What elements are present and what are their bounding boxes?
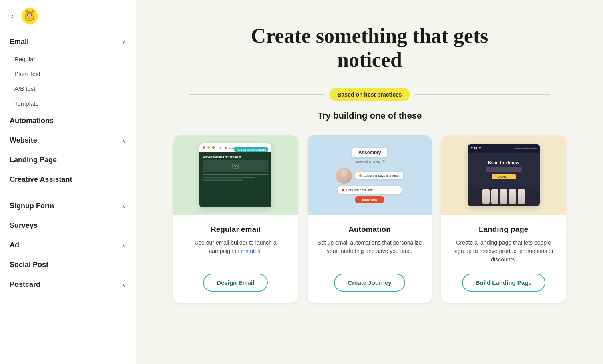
automation-step-2: Gets first email offer [338,186,402,194]
card-landing-page: CRUX Be in the know SIGN UP [441,135,566,303]
sidebar-item-plain-text[interactable]: Plain Text [0,66,136,81]
card-landing-image: CRUX Be in the know SIGN UP [441,135,566,215]
sidebar-website-label: Website [10,136,37,145]
mailchimp-logo [21,7,38,25]
product-bottle-2 [491,189,498,204]
hero-title: Create something that gets noticed [229,24,510,72]
landing-brand: CRUX [471,147,482,150]
sidebar-item-postcard[interactable]: Postcard ∨ [0,275,136,294]
sidebar: ‹ Email ∧ Regular Plain Text A/B test Te… [0,0,136,364]
product-bottle-3 [500,189,507,204]
sidebar-postcard-label: Postcard [10,280,40,289]
sidebar-item-template[interactable]: Template [0,96,136,111]
card-landing-title: Landing page [479,225,529,234]
card-regular-image: Email Editor We've redefined refreshment [173,135,298,215]
email-editor-mockup: Email Editor We've redefined refreshment [199,143,271,207]
ad-chevron-icon: ∨ [122,242,126,249]
mockup-headline: We've redefined refreshment [203,155,268,159]
card-regular-body: Regular email Use our email builder to l… [173,215,298,303]
card-automation-title: Automation [348,225,391,234]
sidebar-landing-label: Landing Page [10,156,57,164]
design-email-button[interactable]: Design Email [203,274,268,292]
automation-step-row-1: Customer buys a product [336,168,403,184]
product-bottle-1 [482,189,490,204]
back-button[interactable]: ‹ [8,10,17,22]
sidebar-social-label: Social Post [10,261,48,269]
divider-row: Based on best practices [189,88,550,101]
landing-header: CRUX [468,144,540,153]
product-bottle-5 [518,189,525,204]
email-chevron-icon: ∧ [122,39,126,45]
sidebar-item-automations[interactable]: Automations [0,111,136,131]
card-automation-desc: Set up email automations that personaliz… [317,239,422,264]
dynamic-content-tag: Add Dynamic Content [234,147,268,152]
product-bottle-4 [509,189,516,204]
text-line-2 [203,177,255,178]
svg-point-7 [25,13,27,17]
automation-title-badge: Assembly [352,148,388,157]
sidebar-header: ‹ [0,0,136,32]
postcard-chevron-icon: ∨ [122,282,126,288]
landing-signup-btn: SIGN UP [492,174,516,179]
card-landing-desc: Create a landing page that lets people s… [451,239,556,264]
signup-chevron-icon: ∨ [122,203,126,209]
image-icon [232,163,239,169]
card-automation-body: Automation Set up email automations that… [308,215,432,303]
create-journey-button[interactable]: Create Journey [334,274,405,292]
svg-point-8 [32,13,34,17]
sidebar-signup-label: Signup Form [10,202,54,210]
landing-nav-dots [514,148,537,149]
main-content: Create something that gets noticed Based… [136,0,603,364]
divider-left [189,94,324,95]
card-automation: Assembly Now enjoy 20% off Customer buys… [308,135,432,303]
card-regular-email: Email Editor We've redefined refreshment [173,135,298,303]
dot-red [203,146,205,149]
sidebar-item-ad[interactable]: Ad ∨ [0,235,136,255]
automation-mockup: Assembly Now enjoy 20% off Customer buys… [331,143,408,208]
sidebar-item-website[interactable]: Website ∨ [0,131,136,150]
mockup-body: We've redefined refreshment [199,152,271,184]
sidebar-item-email[interactable]: Email ∧ [0,32,136,52]
card-landing-body: Landing page Create a landing page that … [441,215,566,303]
sidebar-item-creative-assistant[interactable]: Creative Assistant [0,170,136,189]
sidebar-divider [0,193,136,193]
sidebar-item-landing-page[interactable]: Landing Page [0,150,136,170]
mockup-image-block [203,160,268,172]
card-regular-title: Regular email [211,225,261,234]
sidebar-item-regular[interactable]: Regular [0,52,136,66]
landing-hero: Be in the know SIGN UP [468,153,540,187]
build-landing-page-button[interactable]: Build Landing Page [462,274,545,292]
sidebar-automations-label: Automations [10,117,54,125]
automation-step-1: Customer buys a product [355,172,403,179]
svg-rect-10 [233,163,238,169]
automation-subtitle: Now enjoy 20% off [355,160,385,164]
nav-line-2 [522,148,529,149]
step-dot-1 [359,174,362,177]
website-chevron-icon: ∨ [122,137,126,144]
card-automation-image: Assembly Now enjoy 20% off Customer buys… [308,135,432,215]
dot-green [212,146,215,149]
text-line-3 [203,179,242,181]
sidebar-creative-label: Creative Assistant [10,175,72,184]
nav-line-3 [530,148,537,149]
landing-products [468,187,540,206]
best-practices-badge: Based on best practices [329,88,410,101]
subtitle: Try building one of these [318,111,422,121]
sidebar-item-surveys[interactable]: Surveys [0,216,136,235]
landing-hero-title: Be in the know [488,160,519,165]
dot-yellow [207,146,210,149]
sidebar-item-social-post[interactable]: Social Post [0,255,136,275]
card-regular-desc: Use our email builder to launch a campai… [183,239,288,264]
nav-line [514,148,521,149]
sidebar-item-ab-test[interactable]: A/B test [0,81,136,96]
landing-email-input [486,167,522,172]
sidebar-email-label: Email [10,38,29,46]
bottle-icon [341,170,347,181]
text-line-1 [203,174,268,175]
sidebar-item-signup-form[interactable]: Signup Form ∨ [0,196,136,216]
landing-page-mockup: CRUX Be in the know SIGN UP [468,144,540,206]
step-dot-2 [342,189,344,191]
product-thumb [336,168,352,184]
sidebar-section-email: Email ∧ Regular Plain Text A/B test Temp… [0,32,136,111]
divider-right [415,94,550,95]
